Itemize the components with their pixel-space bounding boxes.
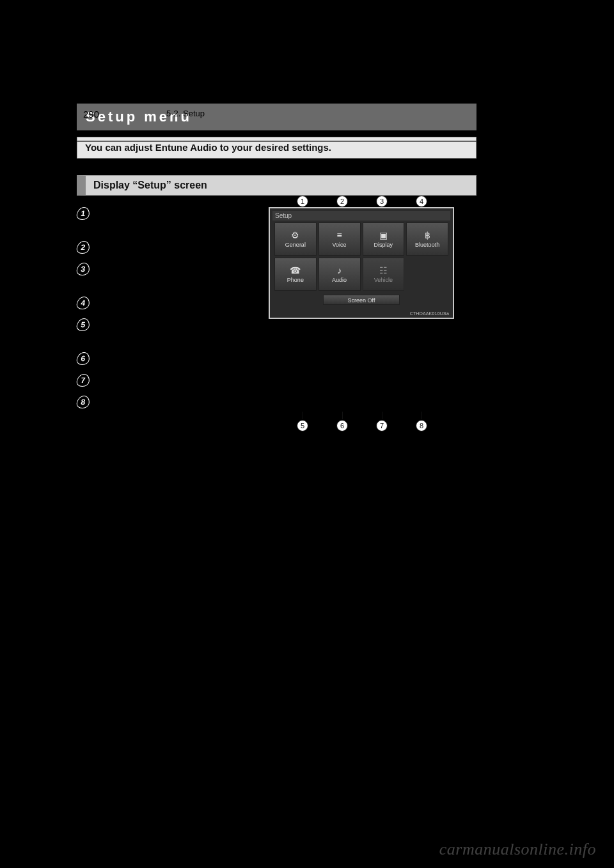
list-item: 6 Audio settings (→P. 318) (77, 352, 256, 365)
setup-grid: ⚙ General ≡ Voice ▣ Display ฿ Bluetooth (272, 221, 450, 293)
tile-label: General (285, 242, 306, 248)
page-number: 290 (83, 109, 99, 120)
tile-label: Phone (287, 277, 304, 283)
callout-text-1: Adjust settings for operation sounds, sc… (96, 207, 256, 232)
callout-pin-4: 4 (416, 196, 427, 207)
callout-pin-8: 8 (416, 420, 427, 431)
callout-pin-2: 2 (336, 196, 348, 207)
audio-icon: ♪ (337, 265, 342, 275)
setup-screen-illustration: Setup ⚙ General ≡ Voice ▣ Display (269, 207, 454, 319)
watermark: carmanualsonline.info (439, 840, 596, 859)
tile-label: Bluetooth (415, 242, 439, 248)
callout-pin-7: 7 (376, 420, 388, 431)
list-item: 1 Adjust settings for operation sounds, … (77, 207, 256, 232)
header-divider (77, 141, 476, 142)
chapter-tab: 5 (540, 332, 556, 428)
callout-row-bottom: 5 6 7 8 (283, 420, 441, 431)
callout-badge-3: 3 (76, 263, 91, 275)
list-item: 4 Bluetooth® phone settings (→P. 338) (77, 297, 256, 309)
list-item: 8 Turn off the screen (77, 396, 256, 408)
callout-pin-1: 1 (297, 196, 308, 207)
tile-label: Audio (332, 277, 347, 283)
tile-label: Display (374, 242, 393, 248)
callout-text-4: Bluetooth® phone settings (→P. 338) (96, 297, 238, 309)
subheading-text: Display “Setup” screen (93, 180, 207, 190)
tile-empty (406, 258, 448, 291)
footer-code: RAV4-HV_U (OM42A15U) (83, 809, 158, 816)
callout-row-top: 1 2 3 4 (283, 196, 441, 207)
list-item: 5 Adjust settings for phone sound, conta… (77, 318, 256, 343)
phone-icon: ☎ (290, 265, 301, 275)
gear-icon: ⚙ (291, 230, 299, 240)
image-code: CTHDAAK010USa (410, 311, 449, 316)
tile-audio[interactable]: ♪ Audio (319, 258, 361, 291)
callout-pin-6: 6 (336, 420, 348, 431)
list-item: 3 Adjust settings for screen contrast an… (77, 263, 256, 288)
callout-list: 1 Adjust settings for operation sounds, … (77, 207, 256, 417)
callout-badge-6: 6 (76, 352, 91, 365)
callout-badge-1: 1 (76, 207, 91, 220)
callout-badge-4: 4 (76, 297, 91, 309)
tile-phone[interactable]: ☎ Phone (274, 258, 317, 291)
tile-general[interactable]: ⚙ General (274, 222, 317, 256)
tile-vehicle[interactable]: ☷ Vehicle (363, 258, 405, 291)
intro-text: You can adjust Entune Audio to your desi… (85, 142, 331, 153)
list-item: 7 Set vehicle information (77, 374, 256, 387)
screenshot-column: 1 2 3 4 Setup ⚙ General ≡ Voice (269, 207, 460, 417)
chapter-side-label: Audio system (567, 441, 574, 483)
callout-text-5: Adjust settings for phone sound, contact… (96, 318, 256, 343)
screen-off-button[interactable]: Screen Off (323, 295, 400, 305)
bluetooth-icon: ฿ (425, 230, 430, 240)
vehicle-icon: ☷ (379, 265, 388, 275)
setup-screen-title: Setup (272, 211, 450, 221)
content-row: 1 Adjust settings for operation sounds, … (77, 207, 476, 417)
tile-voice[interactable]: ≡ Voice (319, 222, 361, 256)
callout-text-3: Adjust settings for screen contrast and … (96, 263, 256, 288)
callout-text-8: Turn off the screen (96, 396, 168, 408)
tile-label: Vehicle (374, 277, 393, 283)
tile-bluetooth[interactable]: ฿ Bluetooth (406, 222, 448, 256)
breadcrumb: 5-2. Setup (166, 109, 205, 118)
voice-icon: ≡ (337, 230, 342, 240)
section-title-bar: Setup menu (77, 104, 476, 130)
tile-label: Voice (333, 242, 347, 248)
callout-badge-8: 8 (76, 396, 91, 408)
callout-pin-3: 3 (376, 196, 388, 207)
callout-badge-7: 7 (76, 374, 91, 387)
list-item: 2 Voice settings (→P. 295) (77, 241, 256, 254)
callout-text-6: Audio settings (→P. 318) (96, 352, 191, 365)
tile-display[interactable]: ▣ Display (363, 222, 405, 256)
callout-badge-5: 5 (76, 318, 91, 331)
manual-page: 290 5-2. Setup Setup menu You can adjust… (0, 0, 614, 868)
callout-text-7: Set vehicle information (96, 374, 184, 387)
callout-badge-2: 2 (76, 241, 91, 254)
subheading-bar: Display “Setup” screen (77, 175, 476, 196)
callout-pin-5: 5 (297, 420, 308, 431)
callout-text-2: Voice settings (→P. 295) (96, 241, 190, 254)
display-icon: ▣ (379, 230, 388, 240)
